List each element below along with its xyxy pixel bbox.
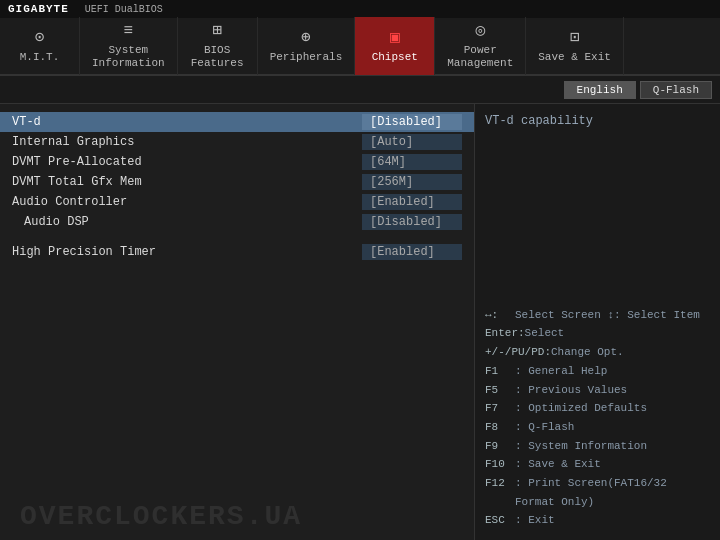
- help-key-9: F12: [485, 474, 515, 511]
- peripherals-icon: ⊕: [301, 28, 311, 49]
- brand-logo: GIGABYTE: [8, 3, 69, 15]
- menu-item-value-high-precision-timer: [Enabled]: [362, 244, 462, 260]
- menu-item-value-audio-dsp: [Disabled]: [362, 214, 462, 230]
- menu-item-label-vt-d: VT-d: [12, 115, 362, 129]
- menu-item-label-audio-dsp: Audio DSP: [12, 215, 362, 229]
- menu-item-vt-d[interactable]: VT-d[Disabled]: [0, 112, 474, 132]
- help-key-6: F8: [485, 418, 515, 437]
- help-desc-1: Select: [525, 324, 565, 343]
- menu-item-high-precision-timer[interactable]: High Precision Timer[Enabled]: [0, 242, 474, 262]
- menu-item-internal-graphics[interactable]: Internal Graphics[Auto]: [0, 132, 474, 152]
- nav-tab-label-chipset: Chipset: [372, 51, 418, 64]
- help-line-9: F12 : Print Screen(FAT16/32 Format Only): [485, 474, 710, 511]
- menu-item-audio-dsp[interactable]: Audio DSP[Disabled]: [0, 212, 474, 232]
- nav-tab-label-power-management: PowerManagement: [447, 44, 513, 70]
- item-description: VT-d capability: [485, 114, 710, 154]
- main-content: VT-d[Disabled]Internal Graphics[Auto]DVM…: [0, 104, 720, 540]
- nav-tab-power-management[interactable]: ◎PowerManagement: [435, 17, 526, 75]
- help-key-4: F5: [485, 381, 515, 400]
- menu-item-label-audio-controller: Audio Controller: [12, 195, 362, 209]
- help-line-4: F5 : Previous Values: [485, 381, 710, 400]
- help-key-1: Enter:: [485, 324, 525, 343]
- save-exit-icon: ⊡: [570, 28, 580, 49]
- help-key-10: ESC: [485, 511, 515, 530]
- help-key-8: F10: [485, 455, 515, 474]
- help-line-6: F8 : Q-Flash: [485, 418, 710, 437]
- uefi-label: UEFI DualBIOS: [85, 4, 163, 15]
- help-key-0: ↔:: [485, 306, 515, 325]
- help-line-8: F10 : Save & Exit: [485, 455, 710, 474]
- nav-tab-peripherals[interactable]: ⊕Peripherals: [258, 17, 356, 75]
- help-desc-9: : Print Screen(FAT16/32 Format Only): [515, 474, 710, 511]
- menu-item-value-audio-controller: [Enabled]: [362, 194, 462, 210]
- help-desc-3: : General Help: [515, 362, 607, 381]
- menu-item-value-dvmt-total-gfx-mem: [256M]: [362, 174, 462, 190]
- nav-tab-bios-features[interactable]: ⊞BIOSFeatures: [178, 17, 258, 75]
- help-line-5: F7 : Optimized Defaults: [485, 399, 710, 418]
- help-line-10: ESC : Exit: [485, 511, 710, 530]
- power-management-icon: ◎: [475, 21, 485, 42]
- help-desc-2: Change Opt.: [551, 343, 624, 362]
- help-key-5: F7: [485, 399, 515, 418]
- nav-tab-chipset[interactable]: ▣Chipset: [355, 17, 435, 75]
- menu-item-label-internal-graphics: Internal Graphics: [12, 135, 362, 149]
- nav-tab-label-save-exit: Save & Exit: [538, 51, 611, 64]
- help-desc-0: Select Screen ↕: Select Item: [515, 306, 700, 325]
- help-desc-6: : Q-Flash: [515, 418, 574, 437]
- menu-item-value-dvmt-pre-allocated: [64M]: [362, 154, 462, 170]
- help-line-7: F9 : System Information: [485, 437, 710, 456]
- menu-item-audio-controller[interactable]: Audio Controller[Enabled]: [0, 192, 474, 212]
- system-information-icon: ≡: [124, 21, 134, 42]
- menu-item-label-dvmt-total-gfx-mem: DVMT Total Gfx Mem: [12, 175, 362, 189]
- right-panel: VT-d capability ↔: Select Screen ↕: Sele…: [475, 104, 720, 540]
- help-line-0: ↔: Select Screen ↕: Select Item: [485, 306, 710, 325]
- chipset-icon: ▣: [390, 28, 400, 49]
- help-desc-4: : Previous Values: [515, 381, 627, 400]
- mit-icon: ⊙: [35, 28, 45, 49]
- nav-tab-label-mit: M.I.T.: [20, 51, 60, 64]
- menu-item-dvmt-total-gfx-mem[interactable]: DVMT Total Gfx Mem[256M]: [0, 172, 474, 192]
- qflash-button[interactable]: Q-Flash: [640, 81, 712, 99]
- help-desc-10: : Exit: [515, 511, 555, 530]
- language-button[interactable]: English: [564, 81, 636, 99]
- help-line-1: Enter: Select: [485, 324, 710, 343]
- help-desc-8: : Save & Exit: [515, 455, 601, 474]
- nav-tab-mit[interactable]: ⊙M.I.T.: [0, 17, 80, 75]
- menu-item-value-vt-d: [Disabled]: [362, 114, 462, 130]
- help-desc-7: : System Information: [515, 437, 647, 456]
- menu-item-value-internal-graphics: [Auto]: [362, 134, 462, 150]
- menu-item-label-high-precision-timer: High Precision Timer: [12, 245, 362, 259]
- help-line-2: +/-/PU/PD: Change Opt.: [485, 343, 710, 362]
- menu-separator: [0, 232, 474, 242]
- help-key-3: F1: [485, 362, 515, 381]
- menu-item-label-dvmt-pre-allocated: DVMT Pre-Allocated: [12, 155, 362, 169]
- nav-tab-system-information[interactable]: ≡SystemInformation: [80, 17, 178, 75]
- help-line-3: F1 : General Help: [485, 362, 710, 381]
- help-key-7: F9: [485, 437, 515, 456]
- nav-tab-save-exit[interactable]: ⊡Save & Exit: [526, 17, 624, 75]
- help-key-2: +/-/PU/PD:: [485, 343, 551, 362]
- nav-tabs: ⊙M.I.T.≡SystemInformation⊞BIOSFeatures⊕P…: [0, 18, 720, 76]
- header-bar: GIGABYTE UEFI DualBIOS: [0, 0, 720, 18]
- nav-tab-label-bios-features: BIOSFeatures: [191, 44, 244, 70]
- nav-tab-label-peripherals: Peripherals: [270, 51, 343, 64]
- nav-tab-label-system-information: SystemInformation: [92, 44, 165, 70]
- left-panel: VT-d[Disabled]Internal Graphics[Auto]DVM…: [0, 104, 475, 540]
- help-desc-5: : Optimized Defaults: [515, 399, 647, 418]
- bios-features-icon: ⊞: [212, 21, 222, 42]
- menu-item-dvmt-pre-allocated[interactable]: DVMT Pre-Allocated[64M]: [0, 152, 474, 172]
- help-section: ↔: Select Screen ↕: Select ItemEnter: Se…: [485, 306, 710, 530]
- language-bar: English Q-Flash: [0, 76, 720, 104]
